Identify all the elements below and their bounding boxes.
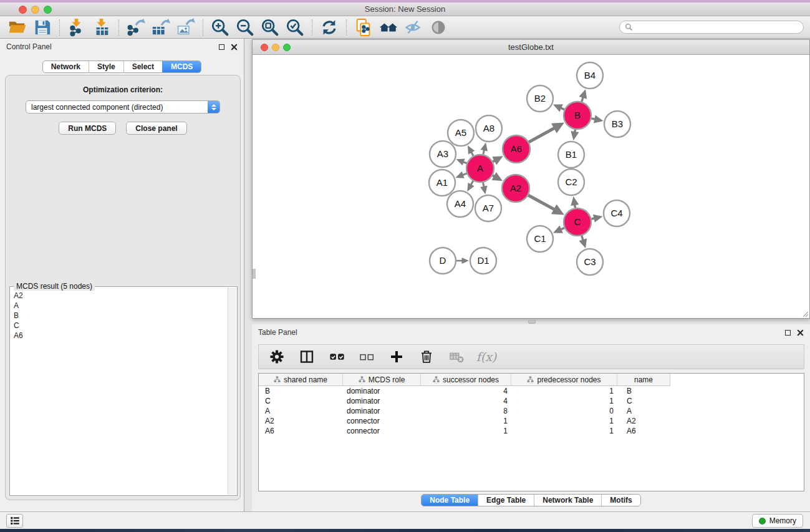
graph-edge[interactable] bbox=[483, 183, 484, 187]
clear-table-button[interactable] bbox=[446, 346, 467, 367]
export-image-button[interactable] bbox=[173, 17, 198, 37]
zoom-fit-button[interactable] bbox=[258, 17, 282, 37]
table-cell[interactable]: connector bbox=[343, 416, 421, 426]
float-panel-icon[interactable] bbox=[219, 44, 224, 50]
graph-node-A[interactable]: A bbox=[466, 155, 494, 182]
zoom-selected-button[interactable] bbox=[282, 17, 307, 37]
table-cell[interactable]: 1 bbox=[511, 416, 617, 426]
graph-node-A3[interactable]: A3 bbox=[430, 141, 456, 167]
zoom-window-button[interactable] bbox=[44, 6, 52, 14]
graph-edge[interactable] bbox=[529, 128, 554, 142]
graph-node-B[interactable]: B bbox=[564, 102, 591, 129]
graph-node-A2[interactable]: A2 bbox=[502, 175, 529, 202]
table-cell[interactable]: C bbox=[617, 396, 670, 406]
table-cell[interactable]: A2 bbox=[259, 416, 343, 426]
select-all-button[interactable] bbox=[326, 346, 347, 367]
graph-node-A1[interactable]: A1 bbox=[429, 170, 455, 196]
tab-network-table[interactable]: Network Table bbox=[534, 495, 601, 506]
close-network-window-button[interactable] bbox=[261, 44, 268, 51]
column-header[interactable]: name bbox=[617, 374, 670, 386]
table-row[interactable]: Adominator80A bbox=[259, 406, 804, 416]
minimize-network-window-button[interactable] bbox=[272, 44, 279, 51]
graph-node-A8[interactable]: A8 bbox=[476, 115, 502, 142]
tab-motifs[interactable]: Motifs bbox=[601, 495, 640, 506]
result-list-item[interactable]: A bbox=[14, 301, 227, 311]
column-header[interactable]: MCDS role bbox=[343, 374, 421, 386]
node-table[interactable]: shared nameMCDS rolesuccessor nodesprede… bbox=[258, 373, 804, 491]
network-canvas-svg[interactable]: B4B2BB3A8A5A6A3B1AA1C2A2A4A7C4CC1C3DD1 bbox=[253, 56, 809, 318]
close-table-panel-icon[interactable] bbox=[797, 329, 804, 336]
graph-edge[interactable] bbox=[483, 150, 485, 154]
table-cell[interactable]: dominator bbox=[343, 386, 421, 396]
table-cell[interactable]: 1 bbox=[421, 416, 511, 426]
tab-style[interactable]: Style bbox=[89, 61, 123, 72]
close-panel-icon[interactable] bbox=[231, 44, 238, 51]
network-canvas[interactable]: B4B2BB3A8A5A6A3B1AA1C2A2A4A7C4CC1C3DD1 bbox=[253, 56, 809, 318]
graph-node-A6[interactable]: A6 bbox=[503, 135, 530, 163]
table-cell[interactable]: 1 bbox=[421, 426, 511, 436]
memory-button[interactable]: Memory bbox=[752, 514, 803, 528]
network-window-titlebar[interactable]: testGlobe.txt bbox=[253, 40, 809, 55]
resize-grip-icon[interactable] bbox=[801, 310, 809, 317]
graph-node-D[interactable]: D bbox=[430, 248, 456, 274]
table-cell[interactable]: connector bbox=[343, 426, 421, 436]
search-input[interactable] bbox=[636, 23, 798, 32]
graph-node-B1[interactable]: B1 bbox=[558, 142, 584, 168]
graph-edge[interactable] bbox=[471, 181, 473, 185]
table-row[interactable]: Bdominator41B bbox=[259, 386, 804, 396]
export-network-button[interactable] bbox=[123, 17, 148, 37]
mcds-result-list[interactable]: A2ABCA6 bbox=[11, 288, 227, 494]
search-box[interactable] bbox=[619, 21, 804, 34]
zoom-in-button[interactable] bbox=[208, 17, 233, 37]
table-cell[interactable]: C bbox=[259, 396, 343, 406]
show-all-button[interactable] bbox=[426, 17, 451, 37]
table-options-button[interactable] bbox=[266, 346, 287, 367]
table-cell[interactable]: A bbox=[259, 406, 343, 416]
graph-node-A7[interactable]: A7 bbox=[475, 195, 501, 221]
graph-node-B3[interactable]: B3 bbox=[604, 111, 630, 137]
tab-mcds[interactable]: MCDS bbox=[162, 61, 201, 72]
show-columns-button[interactable] bbox=[296, 346, 317, 367]
table-row[interactable]: A6connector11A6 bbox=[259, 426, 804, 436]
float-table-panel-icon[interactable] bbox=[785, 330, 791, 336]
table-cell[interactable]: dominator bbox=[343, 396, 421, 406]
apply-layout-button[interactable] bbox=[317, 17, 342, 37]
new-network-from-selection-button[interactable] bbox=[351, 17, 376, 37]
splitter-handle[interactable] bbox=[528, 320, 536, 324]
function-builder-button[interactable]: f(x) bbox=[476, 346, 497, 367]
result-list-item[interactable]: C bbox=[14, 321, 227, 331]
graph-node-C3[interactable]: C3 bbox=[577, 249, 603, 275]
graph-node-C1[interactable]: C1 bbox=[527, 226, 553, 252]
table-cell[interactable]: dominator bbox=[343, 406, 421, 416]
tab-network[interactable]: Network bbox=[43, 61, 89, 72]
run-mcds-button[interactable]: Run MCDS bbox=[59, 122, 116, 135]
graph-node-C2[interactable]: C2 bbox=[558, 169, 584, 195]
graph-edge[interactable] bbox=[582, 97, 583, 102]
table-cell[interactable]: 0 bbox=[511, 406, 617, 416]
table-cell[interactable]: B bbox=[259, 386, 343, 396]
table-cell[interactable]: 8 bbox=[421, 406, 511, 416]
first-neighbors-button[interactable] bbox=[376, 17, 401, 37]
table-cell[interactable]: A bbox=[617, 406, 670, 416]
save-session-button[interactable] bbox=[30, 17, 55, 37]
graph-node-B2[interactable]: B2 bbox=[527, 85, 553, 112]
table-cell[interactable]: 1 bbox=[511, 426, 617, 436]
graph-node-B4[interactable]: B4 bbox=[577, 62, 603, 89]
tab-node-table[interactable]: Node Table bbox=[422, 495, 478, 506]
graph-edge[interactable] bbox=[471, 152, 473, 156]
add-column-button[interactable] bbox=[386, 346, 407, 367]
zoom-network-window-button[interactable] bbox=[283, 44, 291, 51]
graph-node-D1[interactable]: D1 bbox=[470, 248, 496, 274]
table-row[interactable]: A2connector11A2 bbox=[259, 416, 804, 426]
titlebar[interactable]: Session: New Session bbox=[0, 2, 810, 16]
import-network-button[interactable] bbox=[64, 17, 89, 37]
zoom-out-button[interactable] bbox=[233, 17, 258, 37]
result-list-item[interactable]: A6 bbox=[14, 331, 227, 341]
network-window[interactable]: testGlobe.txt B4B2BB3A8A5A6A3B1AA1C2A2A4… bbox=[252, 39, 810, 319]
close-window-button[interactable] bbox=[19, 6, 27, 14]
minimize-window-button[interactable] bbox=[31, 6, 39, 14]
table-row[interactable]: Cdominator41C bbox=[259, 396, 804, 406]
result-list-item[interactable]: B bbox=[14, 311, 227, 321]
graph-node-A4[interactable]: A4 bbox=[447, 191, 473, 217]
table-cell[interactable]: A6 bbox=[259, 426, 343, 436]
